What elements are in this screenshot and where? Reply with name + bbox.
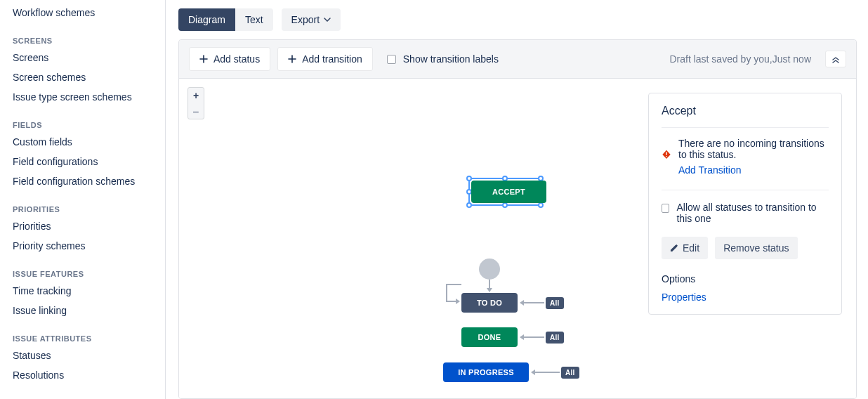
sidebar-item-priority-schemes[interactable]: Priority schemes bbox=[0, 236, 165, 256]
panel-options-header: Options bbox=[662, 273, 829, 284]
draft-saved-message: Draft last saved by you,Just now bbox=[669, 53, 811, 65]
transition-all-badge-done[interactable]: All bbox=[546, 332, 564, 344]
zoom-out-button[interactable]: – bbox=[188, 103, 204, 119]
edit-label: Edit bbox=[683, 242, 699, 254]
edit-status-button[interactable]: Edit bbox=[662, 237, 708, 259]
sidebar-item-custom-fields[interactable]: Custom fields bbox=[0, 132, 165, 152]
add-transition-link[interactable]: Add Transition bbox=[678, 164, 742, 176]
panel-title: Accept bbox=[662, 105, 829, 117]
sidebar-item-statuses[interactable]: Statuses bbox=[0, 346, 165, 365]
view-mode-tabs: Diagram Text bbox=[178, 8, 273, 31]
plus-icon bbox=[199, 55, 208, 63]
workflow-start-node[interactable] bbox=[479, 259, 500, 280]
allow-all-toggle[interactable]: Allow all statuses to transition to this… bbox=[662, 202, 829, 224]
status-node-accept[interactable]: ACCEPT bbox=[471, 181, 546, 203]
sidebar-item-priorities[interactable]: Priorities bbox=[0, 216, 165, 236]
export-dropdown[interactable]: Export bbox=[282, 8, 341, 31]
tabs-row: Diagram Text Export bbox=[178, 8, 857, 31]
workflow-toolbar: Add status Add transition Show transitio… bbox=[179, 40, 856, 79]
collapse-panel-button[interactable] bbox=[825, 51, 846, 67]
admin-sidebar: Workflow schemes SCREENS Screens Screen … bbox=[0, 0, 166, 399]
sidebar-item-resolutions[interactable]: Resolutions bbox=[0, 365, 165, 385]
sidebar-header-screens: SCREENS bbox=[0, 22, 165, 48]
tab-diagram[interactable]: Diagram bbox=[178, 8, 235, 31]
show-transition-labels-text: Show transition labels bbox=[403, 53, 499, 65]
panel-warning: There are no incoming transitions to thi… bbox=[662, 138, 829, 176]
properties-link[interactable]: Properties bbox=[662, 292, 706, 303]
workflow-canvas[interactable]: + – ACCEPT bbox=[179, 79, 856, 398]
status-node-inprogress[interactable]: IN PROGRESS bbox=[443, 362, 529, 382]
warning-icon bbox=[662, 149, 671, 176]
status-node-todo[interactable]: TO DO bbox=[461, 293, 518, 313]
show-transition-labels-toggle[interactable]: Show transition labels bbox=[387, 53, 499, 65]
sidebar-header-issue-features: ISSUE FEATURES bbox=[0, 256, 165, 281]
allow-all-text: Allow all statuses to transition to this… bbox=[676, 202, 829, 224]
sidebar-header-priorities: PRIORITIES bbox=[0, 191, 165, 216]
export-label: Export bbox=[291, 14, 320, 25]
main-content: Diagram Text Export Add status Add trans… bbox=[166, 0, 868, 399]
pencil-icon bbox=[670, 244, 678, 252]
sidebar-item-time-tracking[interactable]: Time tracking bbox=[0, 281, 165, 301]
sidebar-item-screens[interactable]: Screens bbox=[0, 48, 165, 67]
sidebar-item-screen-schemes[interactable]: Screen schemes bbox=[0, 67, 165, 87]
zoom-controls: + – bbox=[188, 87, 204, 119]
tab-text[interactable]: Text bbox=[235, 8, 273, 31]
svg-rect-0 bbox=[666, 152, 666, 155]
add-transition-label: Add transition bbox=[302, 53, 362, 65]
remove-status-label: Remove status bbox=[723, 242, 789, 254]
checkbox-icon bbox=[662, 204, 669, 213]
add-status-label: Add status bbox=[213, 53, 260, 65]
svg-rect-1 bbox=[666, 156, 666, 157]
status-node-done[interactable]: DONE bbox=[461, 327, 518, 347]
chevron-down-icon bbox=[324, 18, 331, 22]
chevron-double-up-icon bbox=[831, 55, 840, 63]
remove-status-button[interactable]: Remove status bbox=[715, 237, 797, 259]
plus-icon bbox=[288, 55, 296, 63]
status-detail-panel: Accept There are no incoming transitions… bbox=[648, 93, 842, 315]
sidebar-item-workflow-schemes[interactable]: Workflow schemes bbox=[0, 3, 165, 22]
workflow-content-box: Add status Add transition Show transitio… bbox=[178, 39, 857, 399]
add-status-button[interactable]: Add status bbox=[189, 47, 270, 71]
transition-all-badge-todo[interactable]: All bbox=[546, 297, 564, 309]
sidebar-item-field-configuration-schemes[interactable]: Field configuration schemes bbox=[0, 171, 165, 191]
sidebar-item-field-configurations[interactable]: Field configurations bbox=[0, 152, 165, 171]
zoom-in-button[interactable]: + bbox=[188, 88, 204, 103]
add-transition-button[interactable]: Add transition bbox=[277, 47, 373, 71]
panel-warning-text: There are no incoming transitions to thi… bbox=[678, 138, 829, 160]
checkbox-icon bbox=[387, 55, 396, 64]
transition-all-badge-inprogress[interactable]: All bbox=[561, 367, 579, 379]
sidebar-item-issue-type-screen-schemes[interactable]: Issue type screen schemes bbox=[0, 87, 165, 107]
sidebar-item-issue-linking[interactable]: Issue linking bbox=[0, 301, 165, 320]
sidebar-header-issue-attributes: ISSUE ATTRIBUTES bbox=[0, 320, 165, 346]
sidebar-header-fields: FIELDS bbox=[0, 107, 165, 132]
